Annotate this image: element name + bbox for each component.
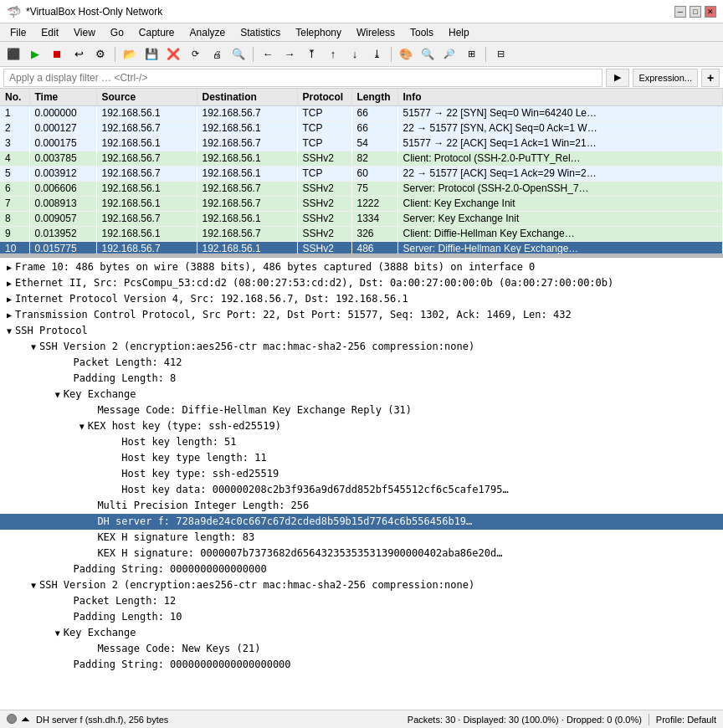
table-row[interactable]: 90.013952192.168.56.1192.168.56.7SSHv232… <box>0 226 723 241</box>
expand-arrow-icon[interactable]: ▶ <box>7 276 12 290</box>
toolbar-fwd-btn[interactable]: → <box>279 44 300 64</box>
detail-line: KEX H signature length: 83 <box>0 530 723 546</box>
detail-text: KEX H signature: 0000007b7373682d6564323… <box>97 546 502 561</box>
menu-help[interactable]: Help <box>442 25 476 40</box>
menu-tools[interactable]: Tools <box>403 25 440 40</box>
toolbar-reload-btn[interactable]: ⟳ <box>185 44 205 64</box>
table-row[interactable]: 10.000000192.168.56.1192.168.56.7TCP6651… <box>0 105 723 120</box>
toolbar-close-btn[interactable]: ❌ <box>163 44 183 64</box>
detail-line[interactable]: ▶Frame 10: 486 bytes on wire (3888 bits)… <box>0 259 723 275</box>
display-filter-input[interactable] <box>3 69 602 87</box>
expand-arrow-icon[interactable]: ▼ <box>55 626 60 640</box>
toolbar-save-btn[interactable]: 💾 <box>141 44 162 64</box>
detail-line[interactable]: ▼SSH Version 2 (encryption:aes256-ctr ma… <box>0 577 723 593</box>
table-row[interactable]: 30.000175192.168.56.1192.168.56.7TCP5451… <box>0 136 723 151</box>
detail-spacer <box>55 562 74 577</box>
expand-arrow-icon[interactable]: ▶ <box>7 292 12 306</box>
table-cell: 192.168.56.7 <box>96 211 197 226</box>
detail-line[interactable]: ▼SSH Version 2 (encryption:aes256-ctr ma… <box>0 339 723 355</box>
toolbar-interfaces-btn[interactable]: ⬛ <box>3 44 23 64</box>
toolbar-zoom-out-btn[interactable]: 🔎 <box>439 44 459 64</box>
menu-file[interactable]: File <box>3 25 33 40</box>
detail-line[interactable]: ▼SSH Protocol <box>0 323 723 339</box>
table-cell: 66 <box>351 120 397 136</box>
expand-arrow-icon[interactable]: ▶ <box>7 308 12 322</box>
close-button[interactable]: ✕ <box>705 6 716 18</box>
menu-edit[interactable]: Edit <box>34 25 65 40</box>
table-row[interactable]: 80.009057192.168.56.7192.168.56.1SSHv213… <box>0 211 723 226</box>
filter-add-btn[interactable]: + <box>701 69 720 87</box>
detail-text: Message Code: New Keys (21) <box>97 642 260 656</box>
toolbar-goto-first-btn[interactable]: ⤒ <box>301 44 321 64</box>
toolbar-print-btn[interactable]: 🖨 <box>207 44 227 64</box>
table-cell: 1334 <box>351 211 397 226</box>
table-cell: SSHv2 <box>297 181 351 196</box>
detail-text: Host key type: ssh-ed25519 <box>121 467 279 481</box>
menu-analyze[interactable]: Analyze <box>183 25 233 40</box>
expand-arrow-icon[interactable]: ▼ <box>31 578 36 592</box>
toolbar-options-btn[interactable]: ⚙ <box>90 44 110 64</box>
toolbar-start-btn[interactable]: ▶ <box>25 44 45 64</box>
toolbar-resize-columns-btn[interactable]: ⊟ <box>490 44 510 64</box>
expand-arrow-icon[interactable]: ▼ <box>31 340 36 354</box>
menu-statistics[interactable]: Statistics <box>233 25 287 40</box>
toolbar-open-btn[interactable]: 📂 <box>120 44 140 64</box>
table-cell: 54 <box>351 136 397 151</box>
menu-capture[interactable]: Capture <box>132 25 182 40</box>
detail-line[interactable]: ▶Ethernet II, Src: PcsCompu_53:cd:d2 (08… <box>0 275 723 291</box>
packet-details: ▶Frame 10: 486 bytes on wire (3888 bits)… <box>0 258 723 710</box>
detail-line: KEX H signature: 0000007b7373682d6564323… <box>0 546 723 561</box>
toolbar-zoom-normal-btn[interactable]: ⊞ <box>461 44 481 64</box>
expand-arrow-icon[interactable]: ▼ <box>7 324 12 338</box>
toolbar-goto-last-btn[interactable]: ⤓ <box>367 44 387 64</box>
detail-spacer <box>104 467 122 481</box>
table-cell: 0.003785 <box>29 151 96 166</box>
table-cell: 192.168.56.1 <box>197 120 297 136</box>
detail-line[interactable]: ▼Key Exchange <box>0 387 723 402</box>
detail-indent <box>7 562 55 577</box>
toolbar-find-btn[interactable]: 🔍 <box>228 44 249 64</box>
toolbar-goto-prev-btn[interactable]: ↑ <box>323 44 343 64</box>
detail-spacer <box>104 483 122 497</box>
menu-view[interactable]: View <box>67 25 102 40</box>
toolbar-zoom-in-btn[interactable]: 🔍 <box>418 44 438 64</box>
detail-line[interactable]: ▼KEX host key (type: ssh-ed25519) <box>0 418 723 434</box>
table-row[interactable]: 100.015775192.168.56.7192.168.56.1SSHv24… <box>0 241 723 254</box>
filter-apply-btn[interactable]: ▶ <box>606 69 629 87</box>
toolbar-stop-btn[interactable]: ⏹ <box>47 44 67 64</box>
toolbar-goto-next-btn[interactable]: ↓ <box>345 44 365 64</box>
detail-indent <box>7 356 55 370</box>
toolbar-colorize-btn[interactable]: 🎨 <box>396 44 416 64</box>
menu-telephony[interactable]: Telephony <box>289 25 348 40</box>
expand-arrow-icon[interactable]: ▼ <box>55 387 60 402</box>
detail-line[interactable]: ▶Internet Protocol Version 4, Src: 192.1… <box>0 291 723 307</box>
toolbar-restart-btn[interactable]: ↩ <box>69 44 89 64</box>
expand-arrow-icon[interactable]: ▼ <box>79 419 85 433</box>
detail-text: Internet Protocol Version 4, Src: 192.16… <box>15 292 408 306</box>
table-row[interactable]: 50.003912192.168.56.7192.168.56.1TCP6022… <box>0 166 723 181</box>
detail-line[interactable]: ▼Key Exchange <box>0 625 723 641</box>
toolbar-sep-4 <box>485 47 486 62</box>
detail-line: Host key data: 000000208c2b3f936a9d67dd8… <box>0 482 723 498</box>
toolbar-back-btn[interactable]: ← <box>258 44 278 64</box>
packet-table: No. Time Source Destination Protocol Len… <box>0 89 723 254</box>
detail-text: Packet Length: 412 <box>73 356 182 370</box>
maximize-button[interactable]: □ <box>690 6 701 18</box>
detail-indent <box>7 483 104 497</box>
table-cell: 5 <box>0 166 29 181</box>
detail-indent <box>7 387 55 402</box>
expression-btn[interactable]: Expression... <box>633 69 698 87</box>
table-row[interactable]: 70.008913192.168.56.1192.168.56.7SSHv212… <box>0 196 723 211</box>
detail-line[interactable]: ▶Transmission Control Protocol, Src Port… <box>0 307 723 323</box>
menu-wireless[interactable]: Wireless <box>350 25 402 40</box>
table-row[interactable]: 60.006606192.168.56.1192.168.56.7SSHv275… <box>0 181 723 196</box>
detail-line: Padding String: 0000000000000000 <box>0 561 723 577</box>
table-cell: Server: Protocol (SSH-2.0-OpenSSH_7… <box>397 181 723 196</box>
minimize-button[interactable]: ─ <box>674 6 686 18</box>
table-row[interactable]: 40.003785192.168.56.7192.168.56.1SSHv282… <box>0 151 723 166</box>
menu-go[interactable]: Go <box>104 25 131 40</box>
table-cell: TCP <box>297 136 351 151</box>
expand-arrow-icon[interactable]: ▶ <box>7 260 12 274</box>
table-row[interactable]: 20.000127192.168.56.7192.168.56.1TCP6622… <box>0 120 723 136</box>
table-cell: 0.008913 <box>29 196 96 211</box>
